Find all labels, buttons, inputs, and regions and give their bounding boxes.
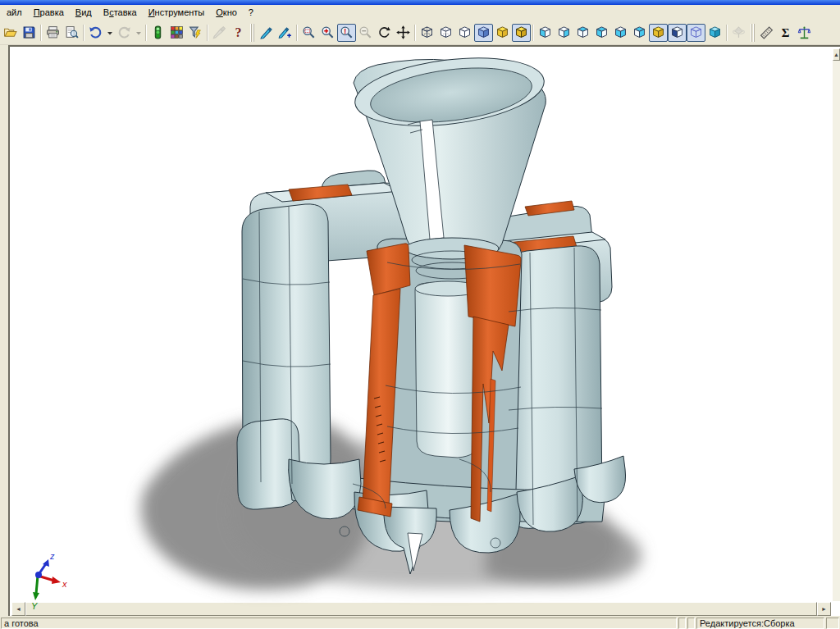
view-bottom-button[interactable] — [630, 24, 649, 42]
menu-window[interactable]: Окно — [210, 6, 243, 20]
view-right-button[interactable] — [592, 24, 611, 42]
cube-solid-icon — [458, 25, 472, 39]
cad-application-window: { "window": { "title_bar_color": "#1547d… — [0, 0, 840, 629]
cube-v3-icon — [576, 25, 590, 39]
view-left-button[interactable] — [573, 24, 592, 42]
open-button[interactable] — [1, 24, 20, 42]
folder-open-icon — [3, 25, 17, 39]
toolbar-separator — [532, 25, 534, 41]
hidden-lines-visible-button[interactable] — [436, 24, 455, 42]
cube-hidden-icon — [439, 25, 453, 39]
ruler-icon — [760, 25, 774, 39]
save-icon — [22, 25, 36, 39]
brush-icon — [212, 25, 226, 39]
shaded-with-edges-button[interactable] — [512, 24, 531, 42]
view-back-button[interactable] — [555, 24, 573, 42]
view-trimetric-button[interactable] — [687, 24, 705, 42]
svg-text:Σ: Σ — [782, 26, 790, 39]
view-front-button[interactable] — [536, 24, 555, 42]
hidden-lines-removed-button[interactable] — [455, 24, 474, 42]
scroll-right-button[interactable]: ► — [817, 602, 831, 616]
rotate-view-button[interactable] — [375, 24, 394, 42]
menu-insert[interactable]: Вставка — [98, 6, 143, 20]
pan-view-button[interactable] — [394, 24, 413, 42]
redo-icon — [117, 25, 131, 39]
print-button[interactable] — [43, 24, 62, 42]
cube-v2-icon — [557, 25, 571, 39]
menu-file[interactable]: айл — [1, 6, 28, 20]
scroll-up-button[interactable]: ▲ — [833, 48, 840, 61]
cube-v4-icon — [595, 25, 609, 39]
cube-yellow-flat-icon — [495, 25, 509, 39]
scales-icon — [797, 25, 811, 39]
print-preview-button[interactable] — [62, 24, 81, 42]
undo-button[interactable] — [86, 24, 105, 42]
wireframe-button[interactable] — [418, 24, 436, 42]
mass-properties-button[interactable] — [795, 24, 814, 42]
redo-history-button — [134, 24, 144, 42]
horizontal-scrollbar[interactable]: ◄ ► — [11, 602, 831, 616]
toolbar-separator — [207, 25, 208, 41]
toolbar-separator — [726, 25, 728, 41]
toolbar-separator — [83, 25, 84, 41]
save-button[interactable] — [20, 24, 39, 42]
edit-color-button[interactable] — [167, 24, 186, 42]
arrow-left-icon: ◄ — [16, 606, 21, 612]
sketch-pen-button[interactable] — [257, 24, 276, 42]
toolbar: ?!Σ — [0, 21, 840, 45]
rotate-icon — [377, 25, 391, 39]
status-bar: а готова Редактируется:Сборка — [0, 616, 840, 629]
help-button[interactable]: ? — [229, 24, 248, 42]
pen-icon — [259, 25, 273, 39]
menu-tools[interactable]: Инструменты — [143, 6, 211, 20]
pen-plus-icon — [278, 25, 292, 39]
menu-help[interactable]: ? — [243, 6, 259, 20]
zoom-in-button[interactable] — [318, 24, 337, 42]
color-grid-icon — [170, 25, 184, 39]
equations-button[interactable]: Σ — [776, 24, 795, 42]
toolbar-grip[interactable] — [751, 24, 755, 42]
sigma-icon: Σ — [778, 25, 792, 39]
view-orientation-button — [729, 24, 748, 42]
measure-button[interactable] — [757, 24, 776, 42]
cube-wire-icon — [420, 25, 434, 39]
svg-text:!: ! — [344, 27, 346, 35]
cube-yellow-shaded-icon — [514, 25, 528, 39]
cube-cyan-shaded-icon — [708, 25, 722, 39]
view-perspective-button[interactable] — [705, 24, 724, 42]
cube-blue-bottom-icon — [670, 25, 684, 39]
filter-bolt-icon — [189, 25, 203, 39]
help-icon: ? — [231, 25, 245, 39]
toolbar-separator — [414, 25, 416, 41]
viewport-3d[interactable]: ◄ ► ▲ — [8, 45, 840, 618]
menu-edit[interactable]: Правка — [28, 6, 70, 20]
zoom-out-icon — [358, 25, 372, 39]
status-edit-mode: Редактируется:Сборка — [696, 618, 824, 629]
zoom-window-button[interactable] — [299, 24, 318, 42]
zoom-window-icon — [302, 25, 316, 39]
scroll-left-button[interactable]: ◄ — [11, 602, 25, 616]
view-top-button[interactable] — [611, 24, 630, 42]
arrow-up-icon: ▲ — [833, 52, 839, 57]
view-dimetric-button[interactable] — [668, 24, 687, 42]
print-preview-icon — [65, 25, 79, 39]
shaded-button[interactable] — [474, 24, 493, 42]
zoom-to-selection-button[interactable]: ! — [337, 24, 356, 42]
view-isometric-button[interactable] — [649, 24, 668, 42]
menu-view[interactable]: Вид — [70, 6, 98, 20]
cube-v5-icon — [614, 25, 628, 39]
caret-down-icon — [135, 26, 142, 39]
toolbar-separator — [296, 25, 298, 41]
horizontal-scroll-thumb[interactable] — [25, 602, 817, 616]
cube-yellow-icon — [651, 25, 665, 39]
filter-button[interactable] — [186, 24, 205, 42]
undo-history-button[interactable] — [105, 24, 115, 42]
cube-blue-icon — [477, 25, 491, 39]
rebuild-button[interactable] — [148, 24, 167, 42]
sketch-pen-new-button[interactable] — [276, 24, 294, 42]
draft-quality-button[interactable] — [493, 24, 512, 42]
toolbar-grip[interactable] — [250, 24, 254, 42]
status-cell-2 — [687, 618, 695, 629]
vertical-scrollbar[interactable]: ▲ — [833, 48, 840, 601]
menu-bar: айлПравкаВидВставкаИнструментыОкно? — [0, 5, 840, 21]
